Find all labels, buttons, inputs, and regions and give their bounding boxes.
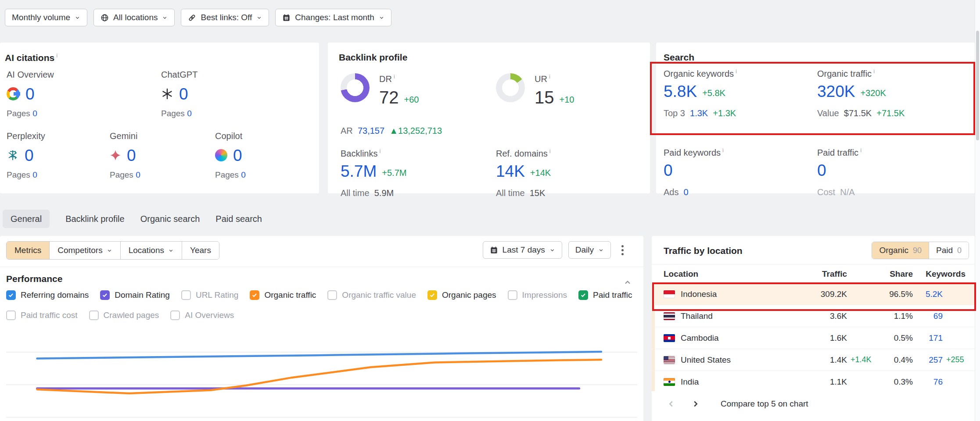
info-icon[interactable]: i [56, 52, 57, 59]
domain-rating-block: DRi 72+60 [341, 73, 419, 106]
pagination-prev-icon[interactable] [666, 399, 676, 409]
page-scrollbar[interactable] [975, 0, 980, 421]
checkbox-organic-traffic-value[interactable]: Organic traffic value [327, 290, 416, 300]
tab-general[interactable]: General [3, 210, 50, 228]
url-rating-block: URi 15+10 [496, 73, 574, 106]
checkbox-paid-traffic[interactable]: Paid traffic [578, 290, 632, 300]
ref-domains-value[interactable]: 14K [496, 163, 525, 179]
info-icon[interactable]: i [722, 147, 724, 153]
locations-filter-button[interactable]: All locations [93, 9, 175, 26]
info-icon[interactable]: i [379, 148, 381, 154]
chatgpt-count[interactable]: 0 [179, 86, 188, 102]
chevron-down-icon [256, 15, 262, 21]
best-links-filter-button[interactable]: Best links: Off [181, 9, 269, 26]
ai-citation-ai-overview: AI Overview 0 Pages 0 [7, 70, 108, 118]
keywords-count-link[interactable]: 5.2K [926, 289, 943, 299]
tab-paid-search[interactable]: Paid search [215, 214, 262, 224]
report-tabs: General Backlink profile Organic search … [3, 210, 262, 228]
pages-count-link[interactable]: 0 [187, 109, 192, 118]
perplexity-count[interactable]: 0 [25, 147, 34, 164]
top3-keywords-link[interactable]: 1.3K [690, 108, 708, 118]
checkbox-icon [6, 310, 16, 320]
compare-top5-link[interactable]: Compare top 5 on chart [721, 399, 808, 409]
pages-count-link[interactable]: 0 [136, 170, 140, 179]
info-icon[interactable]: i [394, 73, 395, 80]
globe-icon [101, 14, 109, 22]
organic-traffic-value[interactable]: 320K [817, 83, 855, 100]
paid-traffic-value[interactable]: 0 [817, 162, 826, 178]
checkbox-ai-overviews[interactable]: AI Overviews [170, 310, 234, 320]
checkbox-impressions[interactable]: Impressions [508, 290, 567, 300]
table-row-united-states[interactable]: United States 1.4K +1.4K 0.4% 257 +255 [652, 349, 975, 371]
organic-keywords-delta: +5.8K [702, 88, 725, 100]
pagination-next-icon[interactable] [691, 399, 700, 409]
info-icon[interactable]: i [549, 73, 550, 80]
segment-competitors[interactable]: Competitors [49, 242, 120, 259]
checkbox-url-rating[interactable]: URL Rating [181, 290, 239, 300]
info-icon[interactable]: i [873, 68, 875, 75]
segment-locations[interactable]: Locations [120, 242, 182, 259]
info-icon[interactable]: i [736, 68, 737, 75]
toggle-organic[interactable]: Organic90 [872, 242, 929, 259]
keywords-count-link[interactable]: 257 [929, 355, 943, 364]
keywords-count-link[interactable]: 69 [933, 311, 943, 321]
gemini-count[interactable]: 0 [127, 147, 136, 164]
ref-domains-delta: +14K [530, 168, 551, 179]
ref-domains-block: Ref. domainsi 14K+14K All time 15K [496, 148, 551, 198]
domain-rating-delta: +60 [404, 95, 419, 106]
backlinks-value[interactable]: 5.7M [341, 163, 377, 179]
copilot-count[interactable]: 0 [233, 147, 242, 164]
table-row-cambodia[interactable]: Cambodia 1.6K 0.5% 171 [652, 327, 975, 349]
authority-rank-delta: ▲13,252,713 [389, 126, 442, 136]
search-card: Search Organic keywordsi 5.8K+5.8K Top 3… [656, 43, 975, 193]
flag-cambodia-icon [664, 334, 675, 342]
changes-filter-button[interactable]: Changes: Last month [275, 9, 391, 26]
tab-backlink-profile[interactable]: Backlink profile [65, 214, 125, 224]
keywords-count-link[interactable]: 76 [933, 377, 943, 386]
checkbox-domain-rating[interactable]: Domain Rating [100, 290, 170, 300]
authority-rank-line: AR 73,157 ▲13,252,713 [341, 126, 442, 136]
url-rating-delta: +10 [560, 95, 574, 106]
locations-filter-label: All locations [113, 13, 158, 22]
copilot-icon [215, 149, 227, 161]
authority-rank-value[interactable]: 73,157 [358, 126, 384, 136]
checkbox-icon [578, 290, 588, 300]
kebab-menu-icon[interactable] [617, 241, 628, 259]
granularity-button[interactable]: Daily [568, 241, 611, 259]
flag-indonesia-icon [664, 290, 675, 298]
scrollbar-thumb[interactable] [976, 31, 979, 140]
ai-citation-perplexity: Perplexity 0 Pages 0 [7, 131, 108, 180]
ads-count-link[interactable]: 0 [684, 187, 689, 197]
pages-count-link[interactable]: 0 [32, 170, 37, 179]
segment-metrics[interactable]: Metrics [7, 242, 49, 259]
checkbox-organic-pages[interactable]: Organic pages [427, 290, 496, 300]
date-range-button[interactable]: Last 7 days [483, 241, 562, 259]
pages-count-link[interactable]: 0 [32, 109, 37, 118]
ai-citations-title: AI citationsi [5, 52, 57, 63]
volume-filter-button[interactable]: Monthly volume [5, 9, 87, 26]
backlinks-block: Backlinksi 5.7M+5.7M All time 5.9M [341, 148, 406, 198]
paid-keywords-value[interactable]: 0 [664, 162, 673, 178]
keywords-count-link[interactable]: 171 [929, 333, 943, 343]
location-table-body: Indonesia 309.2K 96.5% 5.2K Thailand 3.6… [652, 283, 975, 392]
toggle-paid[interactable]: Paid0 [929, 242, 969, 259]
organic-paid-toggle: Organic90 Paid0 [872, 242, 969, 259]
granularity-label: Daily [575, 245, 594, 255]
info-icon[interactable]: i [549, 148, 551, 154]
pages-count-link[interactable]: 0 [241, 170, 246, 179]
flag-thailand-icon [664, 312, 675, 320]
checkbox-crawled-pages[interactable]: Crawled pages [89, 310, 159, 320]
ai-overview-count[interactable]: 0 [25, 86, 35, 102]
table-row-thailand[interactable]: Thailand 3.6K 1.1% 69 [652, 305, 975, 327]
chevron-up-icon[interactable] [623, 278, 632, 287]
segment-years[interactable]: Years [182, 242, 219, 259]
table-row-india[interactable]: India 1.1K 0.3% 76 [652, 371, 975, 392]
info-icon[interactable]: i [860, 147, 862, 153]
checkbox-paid-traffic-cost[interactable]: Paid traffic cost [6, 310, 78, 320]
checkbox-organic-traffic[interactable]: Organic traffic [250, 290, 316, 300]
table-row-indonesia[interactable]: Indonesia 309.2K 96.5% 5.2K [652, 283, 975, 305]
checkbox-referring-domains[interactable]: Referring domains [6, 290, 89, 300]
organic-keywords-value[interactable]: 5.8K [664, 83, 697, 100]
tab-organic-search[interactable]: Organic search [140, 214, 200, 224]
perplexity-icon [7, 149, 19, 161]
